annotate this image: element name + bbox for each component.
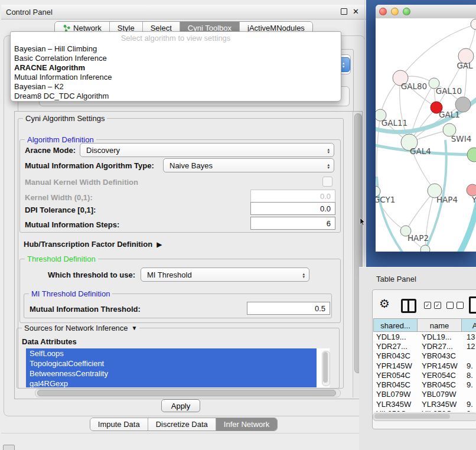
mi-steps-field[interactable]: 6 (250, 217, 335, 230)
column-header-name[interactable]: name (418, 318, 462, 332)
table-cell: 9 (463, 409, 476, 412)
table-cell: YBR043C (373, 351, 418, 360)
network-edge[interactable] (406, 191, 435, 231)
dpi-tolerance-field[interactable]: 0.0 (250, 202, 335, 215)
node-label-gcy1: GCY1 (376, 195, 395, 204)
algorithm-option-basic-correlation-inference[interactable]: Basic Correlation Inference (11, 54, 341, 63)
table-cell: YLR345W (418, 400, 463, 409)
scrollbar-thumb[interactable] (374, 414, 450, 419)
zoom-traffic-icon[interactable] (403, 8, 410, 15)
hub-definition-label[interactable]: Hub/Transcription Factor Definition ▶ (24, 240, 162, 249)
expand-right-icon[interactable]: ▶ (157, 240, 162, 249)
table-row[interactable]: YER054CYER054C8. (373, 370, 476, 380)
tab-label: Discretize Data (156, 418, 208, 431)
mi-threshold-field[interactable]: 0.5 (247, 302, 330, 315)
manual-kernel-checkbox[interactable] (322, 177, 332, 187)
attribute-item-betweennesscentrality[interactable]: BetweennessCentrality (26, 369, 317, 379)
table-cell: YER054C (418, 371, 463, 380)
attribute-item-topologicalcoefficient[interactable]: TopologicalCoefficient (26, 358, 317, 369)
node-label-y: Y (471, 195, 476, 204)
bottom-tab-discretize-data[interactable]: Discretize Data (148, 418, 216, 431)
table-row[interactable]: YBR045CYBR045C9. (373, 380, 476, 389)
algorithm-option-bayesian-hill-climbing[interactable]: Bayesian – Hill Climbing (11, 44, 341, 54)
manual-kernel-label: Manual Kernel Width Definition (25, 178, 138, 187)
minimized-panel-icon[interactable] (3, 445, 15, 450)
table-row[interactable]: YBL079WYBL079W (373, 390, 476, 399)
dropdown-placeholder: Select algorithm to view settings (11, 32, 341, 44)
node-label-swi4: SWI4 (451, 134, 472, 144)
table-row[interactable]: YBR043CYBR043C (373, 351, 476, 361)
mi-type-select[interactable]: Naive Bayes ▴▾ (163, 158, 334, 172)
table-row[interactable]: YIL052CYIL052C9 (373, 409, 476, 412)
algorithm-dropdown: Select algorithm to view settings Bayesi… (10, 31, 341, 102)
aracne-mode-select[interactable]: Discovery ▴▾ (80, 143, 334, 157)
network-edge[interactable] (409, 83, 434, 142)
node-label-hap2: HAP2 (407, 233, 429, 243)
bottom-tab-infer-network[interactable]: Infer Network (216, 418, 277, 431)
scrollbar-thumb[interactable] (37, 390, 336, 396)
network-node[interactable] (467, 148, 476, 162)
algorithm-option-aracne-algorithm[interactable]: ARACNE Algorithm (11, 63, 341, 73)
algorithm-option-mutual-information-inference[interactable]: Mutual Information Inference (11, 73, 341, 82)
select-all-columns-icon[interactable]: ✓✓ (424, 302, 441, 309)
data-attributes-label: Data Attributes (22, 337, 77, 346)
table-row[interactable]: YPR145WYPR145W9. (373, 361, 476, 370)
kernel-width-field[interactable]: 0.0 (250, 190, 335, 203)
network-graph[interactable]: GALGAL80GAL10GAL1SWI4GAL4GAL11GCY1HAP4YH… (376, 18, 476, 252)
table-cell: YIL052C (418, 409, 463, 412)
network-window-titlebar[interactable] (376, 5, 476, 19)
attribute-item-selfloops[interactable]: SelfLoops (26, 348, 317, 358)
attribute-item-gal4rgexp[interactable]: gal4RGexp (26, 379, 317, 387)
column-header-a[interactable]: A (462, 318, 476, 332)
apply-button[interactable]: Apply (161, 399, 200, 412)
settings-horizontal-scrollbar[interactable] (35, 389, 341, 397)
table-row[interactable]: YDR27...YDR27...12 (373, 341, 476, 351)
algorithm-option-dream8-dc-tdc-algorithm[interactable]: Dream8 DC_TDC Algorithm (11, 92, 341, 101)
node-label-gal10: GAL10 (436, 86, 462, 96)
collapse-down-icon[interactable]: ▼ (132, 324, 138, 332)
table-panel-title: Table Panel (376, 275, 416, 283)
screen: Control Panel ✕ NetworkStyleSelectCyni T… (0, 0, 476, 450)
table-cell: YBR043C (418, 351, 463, 360)
table-body: YDL19...YDL19...13YDR27...YDR27...12YBR0… (373, 332, 476, 412)
minimize-traffic-icon[interactable] (391, 8, 399, 15)
table-cell: 8. (463, 371, 476, 380)
float-window-icon[interactable] (341, 8, 347, 15)
control-panel-title: Control Panel (6, 8, 53, 17)
scrollbar-thumb[interactable] (323, 352, 328, 383)
table-cell: YDR27... (418, 342, 463, 351)
attributes-scrollbar[interactable] (322, 351, 330, 386)
bottom-tab-impute-data[interactable]: Impute Data (90, 418, 148, 431)
network-node[interactable] (420, 245, 430, 252)
table-horizontal-scrollbar[interactable] (373, 413, 476, 421)
mouse-cursor (360, 218, 366, 226)
sources-title[interactable]: Sources for Network Inference ▼ (22, 324, 139, 332)
cyni-settings-title: Cyni Algorithm Settings (23, 114, 107, 123)
column-header-shared[interactable]: shared... (373, 318, 418, 332)
which-threshold-select[interactable]: MI Threshold ▴▾ (141, 268, 309, 282)
table-cell: YPR145W (373, 361, 418, 370)
network-node[interactable] (471, 19, 476, 30)
close-traffic-icon[interactable] (379, 8, 387, 15)
tab-label: Impute Data (98, 418, 140, 431)
network-node-y[interactable] (467, 184, 476, 196)
close-icon[interactable]: ✕ (353, 8, 359, 15)
deselect-all-columns-icon[interactable] (446, 302, 464, 309)
table-row[interactable]: YDL19...YDL19...13 (373, 332, 476, 341)
table-cell: YDR27... (373, 342, 418, 351)
table-cell: YBR045C (418, 380, 463, 389)
gear-icon[interactable]: ⚙ (379, 297, 390, 310)
stepper-icon: ▴▾ (327, 144, 330, 157)
panel-splitter[interactable] (364, 0, 365, 267)
export-table-icon[interactable] (469, 296, 476, 314)
table-row[interactable]: YLR345WYLR345W9. (373, 399, 476, 409)
algorithm-option-bayesian-k2[interactable]: Bayesian – K2 (11, 82, 341, 92)
node-label-hap4: HAP4 (436, 195, 458, 204)
network-canvas[interactable]: GALGAL80GAL10GAL1SWI4GAL4GAL11GCY1HAP4YH… (376, 18, 476, 252)
mi-threshold-title: MI Threshold Definition (29, 289, 112, 298)
network-edge[interactable] (377, 177, 406, 252)
control-panel-titlebar: Control Panel ✕ (1, 5, 366, 19)
table-cell: YBR045C (373, 380, 418, 389)
columns-icon[interactable] (401, 299, 416, 313)
data-attributes-list[interactable]: SelfLoopsTopologicalCoefficientBetweenne… (26, 348, 330, 387)
